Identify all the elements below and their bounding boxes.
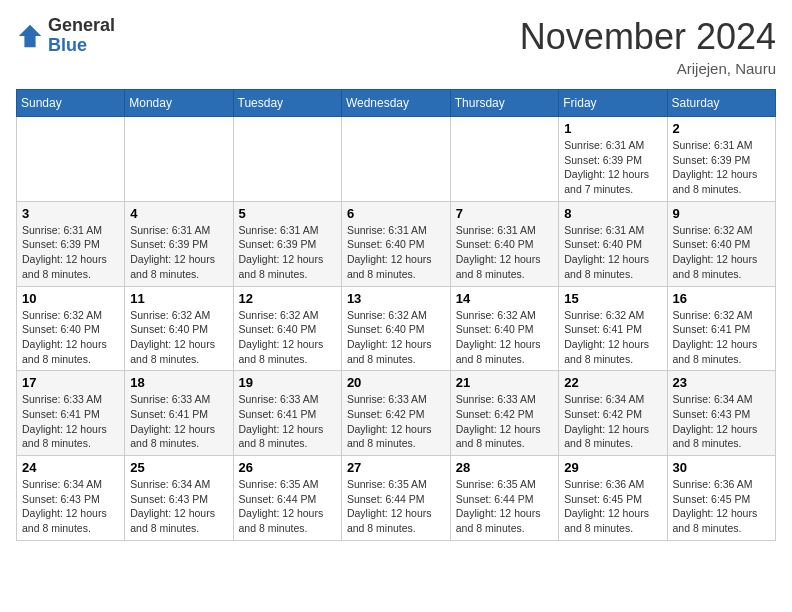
- calendar-week-row: 24Sunrise: 6:34 AM Sunset: 6:43 PM Dayli…: [17, 456, 776, 541]
- day-number: 16: [673, 291, 770, 306]
- calendar-cell: 6Sunrise: 6:31 AM Sunset: 6:40 PM Daylig…: [341, 201, 450, 286]
- day-info: Sunrise: 6:31 AM Sunset: 6:40 PM Dayligh…: [347, 223, 445, 282]
- day-info: Sunrise: 6:32 AM Sunset: 6:40 PM Dayligh…: [456, 308, 553, 367]
- calendar-cell: 2Sunrise: 6:31 AM Sunset: 6:39 PM Daylig…: [667, 117, 775, 202]
- calendar-cell: 24Sunrise: 6:34 AM Sunset: 6:43 PM Dayli…: [17, 456, 125, 541]
- day-number: 29: [564, 460, 661, 475]
- calendar-cell: 9Sunrise: 6:32 AM Sunset: 6:40 PM Daylig…: [667, 201, 775, 286]
- day-info: Sunrise: 6:31 AM Sunset: 6:39 PM Dayligh…: [239, 223, 336, 282]
- day-number: 28: [456, 460, 553, 475]
- day-number: 9: [673, 206, 770, 221]
- calendar-cell: 28Sunrise: 6:35 AM Sunset: 6:44 PM Dayli…: [450, 456, 558, 541]
- day-info: Sunrise: 6:35 AM Sunset: 6:44 PM Dayligh…: [456, 477, 553, 536]
- logo-icon: [16, 22, 44, 50]
- day-info: Sunrise: 6:35 AM Sunset: 6:44 PM Dayligh…: [239, 477, 336, 536]
- day-info: Sunrise: 6:34 AM Sunset: 6:43 PM Dayligh…: [673, 392, 770, 451]
- column-header-wednesday: Wednesday: [341, 90, 450, 117]
- calendar-cell: 12Sunrise: 6:32 AM Sunset: 6:40 PM Dayli…: [233, 286, 341, 371]
- calendar-cell: [17, 117, 125, 202]
- day-number: 6: [347, 206, 445, 221]
- calendar-cell: 8Sunrise: 6:31 AM Sunset: 6:40 PM Daylig…: [559, 201, 667, 286]
- column-header-saturday: Saturday: [667, 90, 775, 117]
- day-number: 22: [564, 375, 661, 390]
- calendar-cell: 10Sunrise: 6:32 AM Sunset: 6:40 PM Dayli…: [17, 286, 125, 371]
- calendar-header-row: SundayMondayTuesdayWednesdayThursdayFrid…: [17, 90, 776, 117]
- calendar-cell: 29Sunrise: 6:36 AM Sunset: 6:45 PM Dayli…: [559, 456, 667, 541]
- column-header-sunday: Sunday: [17, 90, 125, 117]
- day-number: 2: [673, 121, 770, 136]
- day-number: 23: [673, 375, 770, 390]
- day-number: 25: [130, 460, 227, 475]
- location: Arijejen, Nauru: [520, 60, 776, 77]
- title-block: November 2024 Arijejen, Nauru: [520, 16, 776, 77]
- calendar-cell: 3Sunrise: 6:31 AM Sunset: 6:39 PM Daylig…: [17, 201, 125, 286]
- day-number: 5: [239, 206, 336, 221]
- calendar-cell: 30Sunrise: 6:36 AM Sunset: 6:45 PM Dayli…: [667, 456, 775, 541]
- day-number: 30: [673, 460, 770, 475]
- calendar-cell: 22Sunrise: 6:34 AM Sunset: 6:42 PM Dayli…: [559, 371, 667, 456]
- day-info: Sunrise: 6:32 AM Sunset: 6:40 PM Dayligh…: [239, 308, 336, 367]
- calendar-week-row: 10Sunrise: 6:32 AM Sunset: 6:40 PM Dayli…: [17, 286, 776, 371]
- day-info: Sunrise: 6:32 AM Sunset: 6:40 PM Dayligh…: [22, 308, 119, 367]
- day-number: 27: [347, 460, 445, 475]
- calendar-cell: 17Sunrise: 6:33 AM Sunset: 6:41 PM Dayli…: [17, 371, 125, 456]
- day-number: 8: [564, 206, 661, 221]
- day-info: Sunrise: 6:36 AM Sunset: 6:45 PM Dayligh…: [564, 477, 661, 536]
- calendar-cell: 26Sunrise: 6:35 AM Sunset: 6:44 PM Dayli…: [233, 456, 341, 541]
- page-header: General Blue November 2024 Arijejen, Nau…: [16, 16, 776, 77]
- day-info: Sunrise: 6:33 AM Sunset: 6:41 PM Dayligh…: [22, 392, 119, 451]
- day-number: 17: [22, 375, 119, 390]
- calendar-cell: [341, 117, 450, 202]
- svg-marker-0: [19, 25, 41, 47]
- day-info: Sunrise: 6:32 AM Sunset: 6:40 PM Dayligh…: [130, 308, 227, 367]
- calendar-cell: 19Sunrise: 6:33 AM Sunset: 6:41 PM Dayli…: [233, 371, 341, 456]
- day-number: 26: [239, 460, 336, 475]
- day-info: Sunrise: 6:32 AM Sunset: 6:40 PM Dayligh…: [673, 223, 770, 282]
- calendar-cell: 25Sunrise: 6:34 AM Sunset: 6:43 PM Dayli…: [125, 456, 233, 541]
- calendar-cell: 7Sunrise: 6:31 AM Sunset: 6:40 PM Daylig…: [450, 201, 558, 286]
- calendar-cell: 11Sunrise: 6:32 AM Sunset: 6:40 PM Dayli…: [125, 286, 233, 371]
- day-info: Sunrise: 6:33 AM Sunset: 6:42 PM Dayligh…: [456, 392, 553, 451]
- column-header-monday: Monday: [125, 90, 233, 117]
- day-info: Sunrise: 6:32 AM Sunset: 6:40 PM Dayligh…: [347, 308, 445, 367]
- calendar-cell: 5Sunrise: 6:31 AM Sunset: 6:39 PM Daylig…: [233, 201, 341, 286]
- calendar-cell: [125, 117, 233, 202]
- calendar-cell: 4Sunrise: 6:31 AM Sunset: 6:39 PM Daylig…: [125, 201, 233, 286]
- day-number: 12: [239, 291, 336, 306]
- day-info: Sunrise: 6:33 AM Sunset: 6:41 PM Dayligh…: [239, 392, 336, 451]
- column-header-thursday: Thursday: [450, 90, 558, 117]
- calendar-cell: 27Sunrise: 6:35 AM Sunset: 6:44 PM Dayli…: [341, 456, 450, 541]
- calendar-cell: 18Sunrise: 6:33 AM Sunset: 6:41 PM Dayli…: [125, 371, 233, 456]
- day-info: Sunrise: 6:34 AM Sunset: 6:42 PM Dayligh…: [564, 392, 661, 451]
- day-info: Sunrise: 6:34 AM Sunset: 6:43 PM Dayligh…: [130, 477, 227, 536]
- calendar-week-row: 3Sunrise: 6:31 AM Sunset: 6:39 PM Daylig…: [17, 201, 776, 286]
- calendar-cell: 21Sunrise: 6:33 AM Sunset: 6:42 PM Dayli…: [450, 371, 558, 456]
- day-number: 20: [347, 375, 445, 390]
- day-info: Sunrise: 6:31 AM Sunset: 6:39 PM Dayligh…: [130, 223, 227, 282]
- column-header-tuesday: Tuesday: [233, 90, 341, 117]
- calendar-cell: [450, 117, 558, 202]
- calendar-cell: [233, 117, 341, 202]
- day-number: 13: [347, 291, 445, 306]
- day-number: 10: [22, 291, 119, 306]
- day-number: 1: [564, 121, 661, 136]
- day-info: Sunrise: 6:31 AM Sunset: 6:39 PM Dayligh…: [22, 223, 119, 282]
- day-number: 15: [564, 291, 661, 306]
- day-info: Sunrise: 6:31 AM Sunset: 6:39 PM Dayligh…: [564, 138, 661, 197]
- calendar-cell: 1Sunrise: 6:31 AM Sunset: 6:39 PM Daylig…: [559, 117, 667, 202]
- day-info: Sunrise: 6:32 AM Sunset: 6:41 PM Dayligh…: [564, 308, 661, 367]
- logo-blue: Blue: [48, 36, 115, 56]
- calendar-table: SundayMondayTuesdayWednesdayThursdayFrid…: [16, 89, 776, 541]
- day-info: Sunrise: 6:35 AM Sunset: 6:44 PM Dayligh…: [347, 477, 445, 536]
- column-header-friday: Friday: [559, 90, 667, 117]
- logo-general: General: [48, 16, 115, 36]
- day-info: Sunrise: 6:34 AM Sunset: 6:43 PM Dayligh…: [22, 477, 119, 536]
- day-info: Sunrise: 6:33 AM Sunset: 6:41 PM Dayligh…: [130, 392, 227, 451]
- day-info: Sunrise: 6:31 AM Sunset: 6:40 PM Dayligh…: [564, 223, 661, 282]
- calendar-week-row: 17Sunrise: 6:33 AM Sunset: 6:41 PM Dayli…: [17, 371, 776, 456]
- day-number: 11: [130, 291, 227, 306]
- calendar-cell: 16Sunrise: 6:32 AM Sunset: 6:41 PM Dayli…: [667, 286, 775, 371]
- day-number: 7: [456, 206, 553, 221]
- day-number: 14: [456, 291, 553, 306]
- calendar-cell: 14Sunrise: 6:32 AM Sunset: 6:40 PM Dayli…: [450, 286, 558, 371]
